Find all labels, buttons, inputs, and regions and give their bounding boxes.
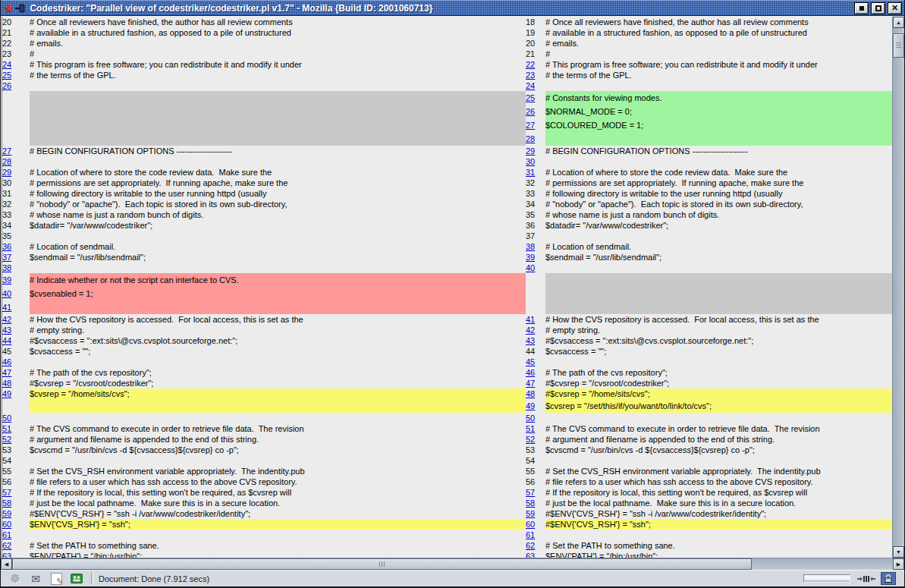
pushpin-icon[interactable] bbox=[15, 4, 26, 13]
right-code-cell: # emails. bbox=[545, 38, 892, 49]
line-number-link[interactable]: 59 bbox=[526, 509, 535, 518]
line-number-link[interactable]: 39 bbox=[526, 253, 535, 262]
line-number-link[interactable]: 59 bbox=[2, 509, 11, 518]
line-number-link[interactable]: 28 bbox=[526, 134, 535, 143]
line-number-link[interactable]: 57 bbox=[526, 488, 535, 497]
line-number-link[interactable]: 46 bbox=[526, 368, 535, 377]
line-number-link[interactable]: 43 bbox=[2, 325, 11, 335]
left-line-number-cell: 58 bbox=[2, 498, 30, 508]
scroll-up-button[interactable]: ▲ bbox=[893, 17, 904, 28]
code-text: # bbox=[545, 49, 550, 58]
line-number-link[interactable]: 29 bbox=[2, 168, 11, 177]
line-number-link[interactable]: 40 bbox=[2, 289, 11, 298]
line-number-link[interactable]: 30 bbox=[526, 157, 535, 166]
line-number-link[interactable]: 62 bbox=[2, 541, 11, 550]
code-text: $datadir= "/var/www/codestriker"; bbox=[545, 221, 668, 230]
right-code-cell bbox=[545, 455, 892, 466]
line-number-link[interactable]: 50 bbox=[526, 413, 535, 423]
line-number-link[interactable]: 22 bbox=[526, 60, 535, 69]
line-number-link[interactable]: 23 bbox=[526, 71, 535, 80]
composer-icon[interactable]: ✎ bbox=[49, 573, 63, 585]
line-number-link[interactable]: 39 bbox=[2, 275, 11, 285]
line-number-link[interactable]: 24 bbox=[2, 60, 11, 69]
line-number-link[interactable]: 40 bbox=[526, 263, 535, 272]
line-number-link[interactable]: 42 bbox=[2, 315, 11, 324]
line-number-link[interactable]: 60 bbox=[526, 520, 535, 529]
diff-row: 49$cvsrep = "/home/sits/cvs";48#$cvsrep … bbox=[2, 388, 892, 399]
line-number-link[interactable]: 31 bbox=[526, 168, 535, 177]
line-number-link[interactable]: 58 bbox=[2, 498, 11, 508]
code-text: $cvsenabled = 1; bbox=[30, 289, 93, 298]
online-plug-icon[interactable] bbox=[856, 574, 876, 583]
left-code-cell: $cvscmd = "/usr/bin/cvs -d ${cvsaccess}$… bbox=[30, 445, 526, 455]
navigator-icon[interactable]: ☸ bbox=[8, 573, 22, 585]
minimize-button[interactable] bbox=[854, 2, 869, 14]
code-text: $COLOURED_MODE = 1; bbox=[545, 121, 643, 130]
line-number-link[interactable]: 52 bbox=[2, 435, 11, 444]
line-number-link[interactable]: 42 bbox=[526, 325, 535, 335]
line-number-link[interactable]: 37 bbox=[2, 253, 11, 262]
right-code-cell: # permissions are set appropriately. If … bbox=[545, 178, 892, 188]
vertical-scrollbar[interactable]: ▲ ▼ bbox=[892, 17, 904, 558]
scroll-right-button[interactable]: ▶ bbox=[893, 558, 904, 570]
left-code-cell: # Location of where to store the code re… bbox=[30, 167, 526, 178]
line-number-link[interactable]: 27 bbox=[526, 121, 535, 130]
window-controls: ✕ bbox=[852, 2, 902, 14]
line-number-link[interactable]: 47 bbox=[526, 379, 535, 388]
line-number-link[interactable]: 44 bbox=[2, 336, 11, 345]
diff-row: 48#$cvsrep = "/cvsroot/codestriker";47#$… bbox=[2, 378, 892, 388]
mail-icon[interactable]: ✉ bbox=[29, 573, 42, 585]
line-number-link[interactable]: 61 bbox=[526, 530, 535, 539]
line-number-link[interactable]: 49 bbox=[526, 401, 535, 410]
line-number-link[interactable]: 27 bbox=[2, 146, 11, 156]
line-number-link[interactable]: 52 bbox=[526, 435, 535, 444]
diff-row: 52# argument and filename is appended to… bbox=[2, 434, 892, 445]
line-number-link[interactable]: 26 bbox=[2, 81, 11, 90]
line-number-link[interactable]: 24 bbox=[526, 81, 535, 90]
close-button[interactable]: ✕ bbox=[888, 2, 902, 14]
line-number-link[interactable]: 41 bbox=[2, 303, 11, 312]
line-number-link[interactable]: 50 bbox=[2, 413, 11, 423]
scroll-left-button[interactable]: ◀ bbox=[1, 558, 12, 570]
line-number-link[interactable]: 45 bbox=[526, 357, 535, 366]
line-number-link[interactable]: 62 bbox=[526, 541, 535, 550]
line-number-link[interactable]: 38 bbox=[2, 263, 11, 272]
line-number-link[interactable]: 38 bbox=[526, 242, 535, 251]
line-number-link[interactable]: 63 bbox=[526, 552, 535, 558]
line-number-link[interactable]: 26 bbox=[526, 107, 535, 116]
line-number-link[interactable]: 28 bbox=[2, 157, 11, 166]
diff-row: 5050 bbox=[2, 413, 892, 423]
security-lock-icon[interactable] bbox=[881, 572, 896, 585]
line-number-link[interactable]: 48 bbox=[526, 389, 535, 398]
line-number-link[interactable]: 61 bbox=[2, 530, 11, 539]
line-number-link[interactable]: 49 bbox=[2, 389, 11, 398]
maximize-button[interactable] bbox=[871, 2, 885, 14]
line-number-link[interactable]: 51 bbox=[2, 424, 11, 433]
line-number-link[interactable]: 29 bbox=[526, 146, 535, 156]
line-number-link[interactable]: 46 bbox=[2, 357, 11, 366]
right-line-number-cell: 20 bbox=[526, 38, 545, 49]
line-number-link[interactable]: 57 bbox=[2, 488, 11, 497]
vertical-scroll-thumb[interactable] bbox=[893, 33, 904, 58]
line-number-link[interactable]: 60 bbox=[2, 520, 11, 529]
horizontal-scroll-thumb[interactable] bbox=[12, 558, 752, 570]
line-number-link[interactable]: 41 bbox=[526, 315, 535, 324]
scroll-down-button[interactable]: ▼ bbox=[893, 546, 904, 558]
title-bar[interactable]: ★ Codestriker: "Parallel view of codestr… bbox=[1, 0, 904, 16]
line-number-link[interactable]: 51 bbox=[526, 424, 535, 433]
horizontal-scrollbar[interactable]: ◀ ▶ bbox=[1, 558, 904, 570]
right-code-cell: # If the repository is local, this setti… bbox=[545, 487, 892, 498]
line-number-link[interactable]: 47 bbox=[2, 368, 11, 377]
scroll-down-icon: ▼ bbox=[896, 549, 901, 555]
right-line-number-cell: 31 bbox=[526, 167, 545, 178]
line-number-link[interactable]: 36 bbox=[2, 242, 11, 251]
addressbook-icon[interactable] bbox=[70, 573, 83, 585]
right-code-cell: $cvsaccess = ""; bbox=[545, 346, 892, 357]
line-number-link[interactable]: 48 bbox=[2, 379, 11, 388]
line-number-link[interactable]: 25 bbox=[2, 71, 11, 80]
line-number-link[interactable]: 25 bbox=[526, 93, 535, 102]
line-number-link[interactable]: 43 bbox=[526, 336, 535, 345]
left-line-number-cell: 48 bbox=[2, 378, 30, 388]
line-number-link[interactable]: 63 bbox=[2, 552, 11, 558]
line-number-link[interactable]: 58 bbox=[526, 498, 535, 508]
